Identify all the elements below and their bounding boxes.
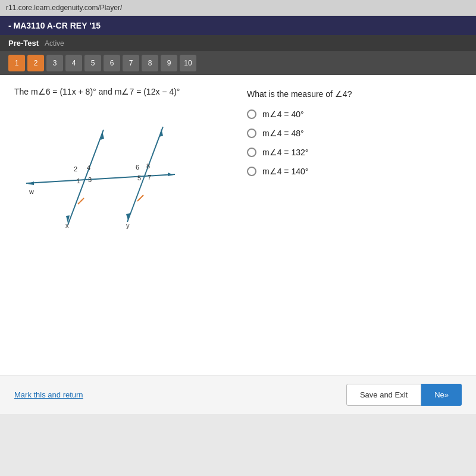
svg-line-9 bbox=[78, 198, 84, 204]
q-btn-4[interactable]: 4 bbox=[65, 55, 82, 71]
q-btn-6[interactable]: 6 bbox=[104, 55, 120, 71]
svg-line-2 bbox=[127, 127, 163, 222]
angle-8-label: 8 bbox=[146, 162, 150, 170]
angle-7-label: 7 bbox=[148, 174, 151, 181]
point-w-label: w bbox=[29, 188, 34, 195]
problem-text: The m∠6 = (11x + 8)° and m∠7 = (12x − 4)… bbox=[14, 87, 229, 96]
question-title: What is the measure of ∠4? bbox=[247, 89, 462, 99]
radio-1[interactable] bbox=[247, 109, 256, 119]
angle-2-label: 2 bbox=[74, 165, 77, 173]
angle-3-label: 3 bbox=[88, 176, 92, 183]
left-panel: The m∠6 = (11x + 8)° and m∠7 = (12x − 4)… bbox=[14, 87, 229, 225]
angle-6-label: 6 bbox=[136, 164, 139, 171]
right-panel: What is the measure of ∠4? m∠4 = 40° m∠4… bbox=[247, 87, 462, 225]
svg-line-1 bbox=[68, 130, 104, 225]
radio-4[interactable] bbox=[247, 167, 256, 176]
q-btn-7[interactable]: 7 bbox=[123, 55, 139, 71]
question-nav: 1 2 3 4 5 6 7 8 9 10 bbox=[0, 51, 476, 75]
q-btn-8[interactable]: 8 bbox=[142, 55, 158, 71]
radio-2[interactable] bbox=[247, 129, 256, 138]
footer-buttons: Save and Exit Ne» bbox=[346, 384, 462, 406]
answer-option-2[interactable]: m∠4 = 48° bbox=[247, 129, 462, 138]
test-label: Pre-Test bbox=[8, 39, 39, 48]
answer-option-3[interactable]: m∠4 = 132° bbox=[247, 148, 462, 157]
geometry-diagram: 2 4 1 3 6 8 5 7 w x y bbox=[14, 106, 187, 231]
footer: Mark this and return Save and Exit Ne» bbox=[0, 375, 476, 414]
mark-return-link[interactable]: Mark this and return bbox=[14, 390, 83, 399]
question-area: The m∠6 = (11x + 8)° and m∠7 = (12x − 4)… bbox=[14, 87, 462, 225]
q-btn-3[interactable]: 3 bbox=[46, 55, 63, 71]
answer-label-4: m∠4 = 140° bbox=[262, 167, 308, 176]
answer-option-1[interactable]: m∠4 = 40° bbox=[247, 109, 462, 119]
app-title: - MA3110 A-CR REY '15 bbox=[8, 21, 101, 30]
answer-option-4[interactable]: m∠4 = 140° bbox=[247, 167, 462, 176]
answer-label-1: m∠4 = 40° bbox=[262, 109, 304, 119]
save-exit-button[interactable]: Save and Exit bbox=[346, 384, 421, 406]
q-btn-9[interactable]: 9 bbox=[161, 55, 177, 71]
test-status: Active bbox=[45, 39, 64, 48]
sub-header: Pre-Test Active bbox=[0, 35, 476, 51]
q-btn-5[interactable]: 5 bbox=[84, 55, 101, 71]
angle-4-label: 4 bbox=[87, 164, 90, 171]
radio-3[interactable] bbox=[247, 148, 256, 157]
app-header: - MA3110 A-CR REY '15 bbox=[0, 16, 476, 35]
q-btn-10[interactable]: 10 bbox=[180, 55, 196, 71]
point-y-label: y bbox=[126, 222, 130, 229]
q-btn-2[interactable]: 2 bbox=[27, 55, 44, 71]
point-x-label: x bbox=[65, 222, 69, 229]
angle-1-label: 1 bbox=[77, 177, 80, 184]
angle-5-label: 5 bbox=[137, 174, 141, 181]
next-button[interactable]: Ne» bbox=[421, 384, 462, 406]
svg-line-0 bbox=[26, 174, 175, 183]
url-text: r11.core.learn.edgenuity.com/Player/ bbox=[6, 4, 122, 12]
q-btn-1[interactable]: 1 bbox=[8, 55, 25, 71]
main-content: The m∠6 = (11x + 8)° and m∠7 = (12x − 4)… bbox=[0, 75, 476, 414]
diagram-container: 2 4 1 3 6 8 5 7 w x y bbox=[14, 106, 181, 225]
answer-label-2: m∠4 = 48° bbox=[262, 129, 304, 138]
browser-bar: r11.core.learn.edgenuity.com/Player/ bbox=[0, 0, 476, 16]
svg-line-10 bbox=[137, 195, 143, 201]
answer-label-3: m∠4 = 132° bbox=[262, 148, 308, 157]
